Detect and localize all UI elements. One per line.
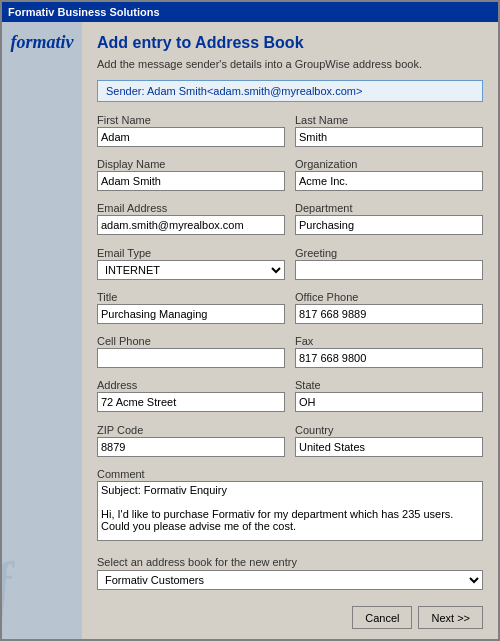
display-name-label: Display Name (97, 158, 285, 170)
window-title: Formativ Business Solutions (8, 6, 160, 18)
email-address-group: Email Address (97, 202, 285, 242)
last-name-input[interactable] (295, 127, 483, 147)
main-window: Formativ Business Solutions formativ f A… (0, 0, 500, 641)
zip-code-group: ZIP Code (97, 424, 285, 464)
title-label: Title (97, 291, 285, 303)
sidebar: formativ f (2, 22, 82, 639)
state-input[interactable] (295, 392, 483, 412)
email-address-input[interactable] (97, 215, 285, 235)
comment-label: Comment (97, 468, 483, 480)
country-group: Country (295, 424, 483, 464)
title-bar: Formativ Business Solutions (2, 2, 498, 22)
country-input[interactable] (295, 437, 483, 457)
comment-group: Comment Subject: Formativ Enquiry Hi, I'… (97, 468, 483, 548)
department-label: Department (295, 202, 483, 214)
zip-code-label: ZIP Code (97, 424, 285, 436)
fax-group: Fax (295, 335, 483, 375)
button-row: Cancel Next >> (97, 600, 483, 629)
page-subtitle: Add the message sender's details into a … (97, 58, 483, 70)
greeting-input[interactable] (295, 260, 483, 280)
organization-input[interactable] (295, 171, 483, 191)
next-button[interactable]: Next >> (418, 606, 483, 629)
last-name-group: Last Name (295, 114, 483, 154)
content-area: Add entry to Address Book Add the messag… (82, 22, 498, 639)
country-label: Country (295, 424, 483, 436)
cell-phone-group: Cell Phone (97, 335, 285, 375)
organization-group: Organization (295, 158, 483, 198)
email-type-label: Email Type (97, 247, 285, 259)
cell-phone-label: Cell Phone (97, 335, 285, 347)
display-name-input[interactable] (97, 171, 285, 191)
sidebar-watermark: f (2, 549, 15, 619)
organization-label: Organization (295, 158, 483, 170)
first-name-label: First Name (97, 114, 285, 126)
email-type-group: Email Type INTERNET (97, 247, 285, 287)
address-group: Address (97, 379, 285, 419)
office-phone-group: Office Phone (295, 291, 483, 331)
address-book-select[interactable]: Formativ Customers (97, 570, 483, 590)
office-phone-label: Office Phone (295, 291, 483, 303)
first-name-input[interactable] (97, 127, 285, 147)
main-content: formativ f Add entry to Address Book Add… (2, 22, 498, 639)
fax-input[interactable] (295, 348, 483, 368)
page-title: Add entry to Address Book (97, 34, 483, 52)
cancel-button[interactable]: Cancel (352, 606, 412, 629)
logo: formativ (11, 32, 74, 53)
first-name-group: First Name (97, 114, 285, 154)
state-group: State (295, 379, 483, 419)
title-input[interactable] (97, 304, 285, 324)
department-input[interactable] (295, 215, 483, 235)
cell-phone-input[interactable] (97, 348, 285, 368)
email-address-label: Email Address (97, 202, 285, 214)
email-type-select[interactable]: INTERNET (97, 260, 285, 280)
address-book-section: Select an address book for the new entry… (97, 556, 483, 590)
address-label: Address (97, 379, 285, 391)
address-book-label: Select an address book for the new entry (97, 556, 483, 568)
sender-box: Sender: Adam Smith<adam.smith@myrealbox.… (97, 80, 483, 102)
zip-code-input[interactable] (97, 437, 285, 457)
display-name-group: Display Name (97, 158, 285, 198)
address-input[interactable] (97, 392, 285, 412)
greeting-label: Greeting (295, 247, 483, 259)
department-group: Department (295, 202, 483, 242)
office-phone-input[interactable] (295, 304, 483, 324)
last-name-label: Last Name (295, 114, 483, 126)
form-grid: First Name Last Name Display Name Organi… (97, 114, 483, 548)
fax-label: Fax (295, 335, 483, 347)
comment-textarea[interactable]: Subject: Formativ Enquiry Hi, I'd like t… (97, 481, 483, 541)
state-label: State (295, 379, 483, 391)
greeting-group: Greeting (295, 247, 483, 287)
title-group: Title (97, 291, 285, 331)
